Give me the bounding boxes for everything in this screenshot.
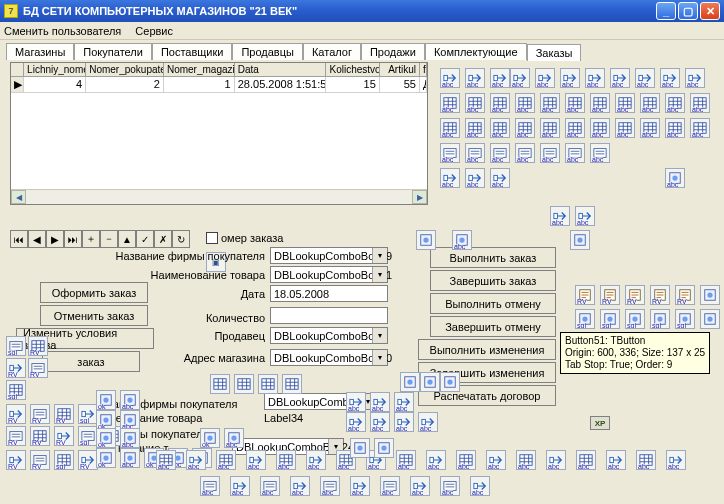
component-icon[interactable]: sql	[675, 309, 695, 329]
table-icon[interactable]: abc	[665, 118, 685, 138]
component-icon[interactable]	[374, 438, 394, 458]
field-qty[interactable]	[270, 307, 388, 324]
component-icon[interactable]: ok	[200, 428, 220, 448]
table-icon[interactable]	[210, 374, 230, 394]
rv-icon[interactable]: RV	[675, 285, 695, 305]
nav-insert-icon[interactable]: ＋	[82, 230, 100, 248]
grid-hscroll[interactable]: ◀ ▶	[11, 189, 427, 204]
query-icon[interactable]: sql	[6, 336, 26, 356]
field-product[interactable]: DBLookupComboBox21	[270, 266, 388, 283]
table-icon[interactable]: sql	[54, 450, 74, 470]
component-icon[interactable]: ok	[96, 428, 116, 448]
table-icon[interactable]: RV	[28, 336, 48, 356]
field-firm-buyer[interactable]: DBLookupComboBox19	[270, 247, 388, 264]
table-icon[interactable]: abc	[565, 118, 585, 138]
query-icon[interactable]: abc	[565, 143, 585, 163]
finish-order-button[interactable]: Завершить заказ	[430, 270, 556, 291]
do-order-button[interactable]: Выполнить заказ	[430, 247, 556, 268]
datasource-icon[interactable]: abc	[486, 450, 506, 470]
minimize-button[interactable]: _	[656, 2, 676, 20]
rv-icon[interactable]: RV	[600, 285, 620, 305]
cancel-order-button[interactable]: Отменить заказ	[40, 305, 148, 326]
datasource-icon[interactable]: abc	[186, 450, 206, 470]
col-kolichestvo[interactable]: Kolichestvo	[326, 63, 379, 77]
xpmanifest-icon[interactable]: XP	[590, 416, 610, 430]
dataset-icon[interactable]: abc	[516, 450, 536, 470]
component-icon[interactable]	[700, 285, 720, 305]
datasource-icon[interactable]: abc	[440, 68, 460, 88]
datasource-icon[interactable]: abc	[685, 68, 705, 88]
dataset-icon[interactable]: abc	[590, 93, 610, 113]
dataset-icon[interactable]: abc	[456, 450, 476, 470]
maximize-button[interactable]: ▢	[678, 2, 698, 20]
col-nomer-magazina[interactable]: Nomer_magazina	[164, 63, 235, 77]
nav-cancel-icon[interactable]: ✗	[154, 230, 172, 248]
rv-icon[interactable]: RV	[575, 285, 595, 305]
component-icon[interactable]: abc	[120, 390, 140, 410]
datasource-icon[interactable]: abc	[346, 412, 366, 432]
datasource-icon[interactable]: abc	[610, 68, 630, 88]
component-icon[interactable]: sql	[625, 309, 645, 329]
query-icon[interactable]: abc	[260, 476, 280, 496]
table-icon[interactable]: abc	[490, 118, 510, 138]
dataset-icon[interactable]: abc	[276, 450, 296, 470]
dataset-icon[interactable]: abc	[615, 93, 635, 113]
dataset-icon[interactable]: abc	[576, 450, 596, 470]
datasource-icon[interactable]: abc	[394, 392, 414, 412]
table-icon[interactable]: abc	[440, 118, 460, 138]
dataset-icon[interactable]: abc	[636, 450, 656, 470]
tab-sales[interactable]: Продажи	[361, 43, 425, 60]
datasource-icon[interactable]: abc	[418, 412, 438, 432]
query-icon[interactable]: abc	[200, 476, 220, 496]
component-icon[interactable]	[570, 230, 590, 250]
finish-cancel-button[interactable]: Завершить отмену	[430, 316, 556, 337]
datasource-icon[interactable]: RV	[6, 358, 26, 378]
field-shop-addr[interactable]: DBLookupComboBox20	[270, 349, 388, 366]
query-icon[interactable]: abc	[465, 143, 485, 163]
datasource-icon[interactable]: abc	[606, 450, 626, 470]
tab-buyers[interactable]: Покупатели	[74, 43, 152, 60]
nav-next-icon[interactable]: ▶	[46, 230, 64, 248]
component-icon[interactable]: ok	[96, 390, 116, 410]
component-icon[interactable]	[420, 372, 440, 392]
datasource-icon[interactable]: abc	[306, 450, 326, 470]
datasource-icon[interactable]: abc	[290, 476, 310, 496]
component-icon[interactable]: ok	[96, 448, 116, 468]
component-icon[interactable]: abc	[224, 428, 244, 448]
datasource-icon[interactable]: abc	[370, 412, 390, 432]
datasource-icon[interactable]: abc	[230, 476, 250, 496]
datasource-icon[interactable]: abc	[394, 412, 414, 432]
dataset-icon[interactable]: abc	[665, 93, 685, 113]
datasource-icon[interactable]: abc	[510, 68, 530, 88]
datasource-icon[interactable]: abc	[585, 68, 605, 88]
datasource-icon[interactable]: abc	[490, 68, 510, 88]
field-date[interactable]: 18.05.2008	[270, 285, 388, 302]
datasource-icon[interactable]: sql	[78, 404, 98, 424]
field-seller[interactable]: DBLookupComboBox1	[270, 327, 388, 344]
datasource-icon[interactable]: abc	[350, 476, 370, 496]
component-icon[interactable]: ok	[96, 410, 116, 430]
datasource-icon[interactable]: abc	[370, 392, 390, 412]
component-icon[interactable]: sql	[600, 309, 620, 329]
table-icon[interactable]	[282, 374, 302, 394]
component-icon[interactable]: sql	[650, 309, 670, 329]
component-icon[interactable]: abc	[665, 168, 685, 188]
datasource-icon[interactable]: abc	[635, 68, 655, 88]
dataset-icon[interactable]: abc	[465, 93, 485, 113]
datasource-icon[interactable]: abc	[535, 68, 555, 88]
datasource-icon[interactable]: abc	[666, 450, 686, 470]
col-nomer-pokupatelja[interactable]: Nomer_pokupatelja	[86, 63, 164, 77]
dataset-icon[interactable]: abc	[640, 93, 660, 113]
table-icon[interactable]: abc	[615, 118, 635, 138]
query-icon[interactable]: abc	[540, 143, 560, 163]
dataset-icon[interactable]: abc	[515, 93, 535, 113]
table-icon[interactable]	[258, 374, 278, 394]
rv-icon[interactable]: RV	[650, 285, 670, 305]
menu-service[interactable]: Сервис	[135, 25, 173, 37]
nav-first-icon[interactable]: ⏮	[10, 230, 28, 248]
table-icon[interactable]: abc	[465, 118, 485, 138]
query-icon[interactable]: abc	[440, 476, 460, 496]
datasource-icon[interactable]: abc	[550, 206, 570, 226]
component-icon[interactable]	[700, 309, 720, 329]
table-row[interactable]: ▶ 4 2 1 28.05.2008 1:51:58 15 55 ДВК	[11, 77, 427, 93]
